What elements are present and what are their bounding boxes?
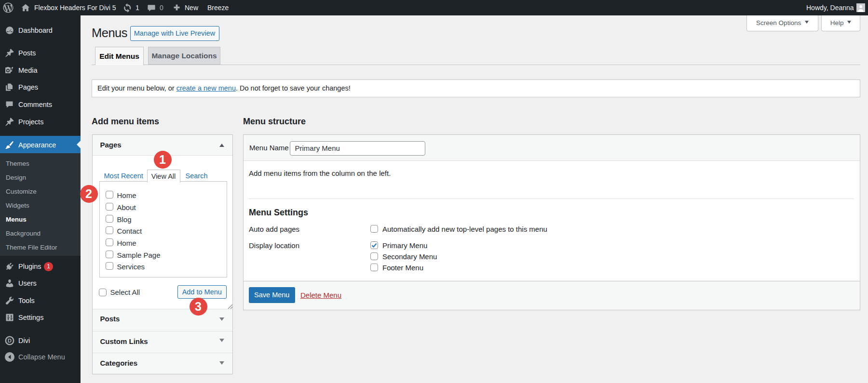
svg-text:D: D: [8, 338, 12, 343]
